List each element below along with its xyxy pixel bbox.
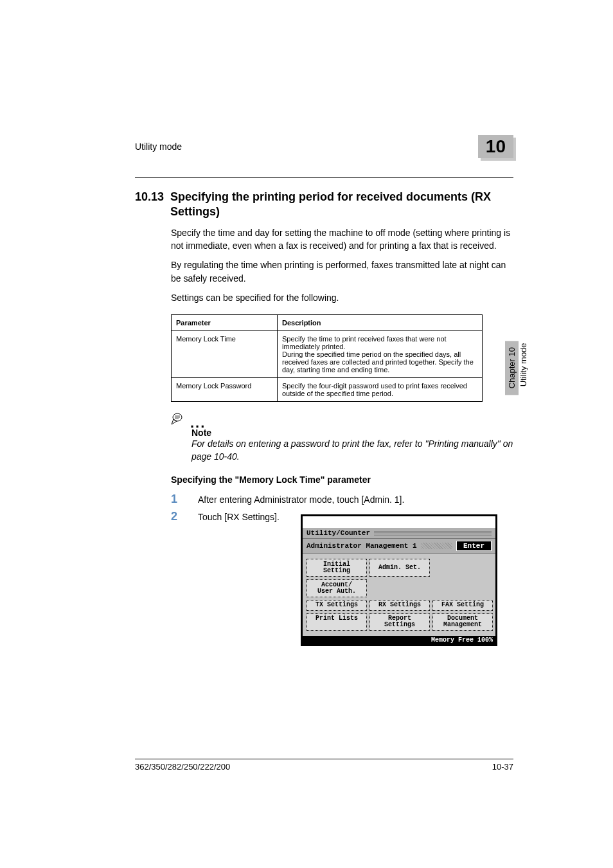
admin-set-button[interactable]: Admin. Set. — [369, 559, 430, 577]
table-cell: Specify the time to print received faxes… — [278, 331, 483, 378]
section-heading: 10.13 Specifying the printing period for… — [135, 190, 513, 220]
page-footer: 362/350/282/250/222/200 10-37 — [135, 759, 513, 772]
section-title: Specifying the printing period for recei… — [170, 190, 513, 220]
sub-heading: Specifying the "Memory Lock Time" parame… — [171, 475, 513, 485]
paragraph: Specify the time and day for setting the… — [171, 226, 513, 253]
step-text: After entering Administrator mode, touch… — [198, 493, 404, 505]
screen-subtitle: Administrator Management 1 — [306, 542, 417, 550]
side-tab: Chapter 10 Utility mode — [505, 334, 528, 395]
table-cell: Memory Lock Password — [172, 378, 278, 402]
rx-settings-button[interactable]: RX Settings — [369, 600, 430, 611]
table-row: Memory Lock Password Specify the four-di… — [172, 378, 483, 402]
account-user-auth-button[interactable]: Account/ User Auth. — [306, 579, 367, 597]
fax-setting-button[interactable]: FAX Setting — [432, 600, 493, 611]
footer-page-number: 10-37 — [492, 762, 513, 772]
ellipsis-icon: ... — [190, 419, 206, 426]
note-label: Note — [191, 428, 513, 438]
chapter-number: 10 — [486, 136, 506, 156]
parameter-table: Parameter Description Memory Lock Time S… — [171, 314, 483, 402]
tx-settings-button[interactable]: TX Settings — [306, 600, 367, 611]
footer-left: 362/350/282/250/222/200 — [135, 762, 230, 772]
report-settings-button[interactable]: Report Settings — [369, 613, 430, 631]
table-header: Parameter — [172, 315, 278, 331]
section-number: 10.13 — [135, 190, 164, 220]
side-chapter-label: Chapter 10 — [505, 341, 519, 395]
table-cell: Memory Lock Time — [172, 331, 278, 378]
note: ... Note For details on entering a passw… — [171, 412, 513, 463]
document-management-button[interactable]: Document Management — [432, 613, 493, 631]
memory-indicator: Memory Free 100% — [303, 636, 495, 644]
note-icon — [171, 412, 188, 426]
paragraph: By regulating the time when printing is … — [171, 258, 513, 285]
running-title: Utility mode — [135, 141, 182, 152]
table-cell: Specify the four-digit password used to … — [278, 378, 483, 402]
note-body: For details on entering a password to pr… — [191, 438, 513, 463]
side-mode-label: Utility mode — [519, 334, 528, 395]
step-text: Touch [RX Settings]. — [198, 510, 280, 522]
initial-setting-button[interactable]: Initial Setting — [306, 559, 367, 577]
step: 1 After entering Administrator mode, tou… — [171, 493, 513, 506]
enter-button[interactable]: Enter — [456, 541, 492, 551]
table-row: Memory Lock Time Specify the time to pri… — [172, 331, 483, 378]
screen-title: Utility/Counter — [306, 529, 370, 537]
divider — [135, 177, 513, 178]
table-header: Description — [278, 315, 483, 331]
paragraph: Settings can be specified for the follow… — [171, 291, 513, 304]
device-screenshot: Utility/Counter Administrator Management… — [301, 514, 497, 646]
chapter-badge: 10 — [478, 135, 513, 158]
step-number: 2 — [171, 510, 181, 523]
print-lists-button[interactable]: Print Lists — [306, 613, 367, 631]
step-number: 1 — [171, 493, 181, 506]
